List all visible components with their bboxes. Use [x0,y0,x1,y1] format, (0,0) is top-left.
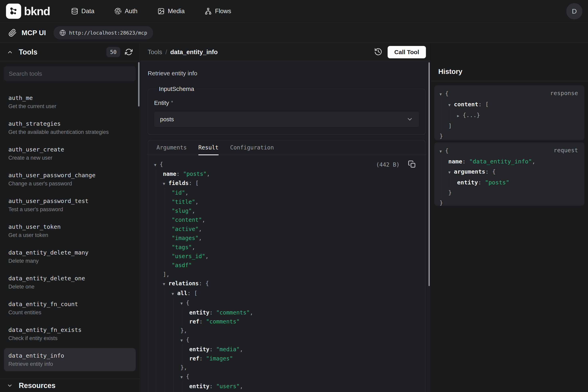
json-key: ref [189,354,199,363]
nav-label: Flows [215,8,231,15]
collapse-arrow-icon[interactable]: ▼ [181,336,186,345]
sidebar-tool-item[interactable]: auth_user_password_changeChange a user's… [4,168,136,191]
sidebar-scrollbar[interactable] [138,62,140,106]
json-line[interactable]: ▼arguments: { [439,167,579,178]
paperclip-icon [8,28,17,37]
result-card: ArgumentsResultConfiguration (442 B) ▼{n… [148,140,425,392]
json-punct: : [ [189,178,199,188]
tools-section-header[interactable]: Tools 50 [0,43,140,61]
breadcrumb-section[interactable]: Tools [148,48,162,56]
copy-icon [408,160,416,168]
search-input[interactable] [4,70,136,77]
indent-guide [154,382,163,391]
brand-logo[interactable]: bknd [6,4,50,19]
tool-description: Retrieve entity info [148,70,425,77]
tool-name: data_entity_fn_count [8,300,131,308]
json-line[interactable]: ▼{ [154,335,416,345]
tab-configuration[interactable]: Configuration [230,140,274,155]
breadcrumb-current: data_entity_info [170,48,218,56]
nav-label: Data [81,8,94,15]
collapse-arrow-icon[interactable]: ▼ [439,89,445,99]
json-punct: , [185,188,189,197]
indent-guide [154,224,163,234]
history-response-card[interactable]: response ▼{▼content: [▶{...}]} [434,85,585,140]
json-string: "comments" [206,317,240,326]
collapse-arrow-icon[interactable]: ▼ [439,146,445,156]
collapse-arrow-icon[interactable]: ▼ [181,299,186,308]
json-line: } [439,131,579,141]
indent-guide [154,216,163,224]
indent-guide [154,363,163,372]
sidebar-tool-item[interactable]: auth_user_createCreate a new user [4,142,136,165]
entity-select-value: posts [160,116,174,123]
tool-description: Change a user's password [8,180,131,187]
indent-guide [154,289,163,298]
tool-description: Check if entity exists [8,335,131,342]
json-line[interactable]: ▼content: [ [439,99,579,110]
sidebar-tool-item[interactable]: data_entity_fn_existsCheck if entity exi… [4,322,136,346]
tool-name: auth_user_token [8,223,131,230]
indent-guide [163,317,172,326]
collapse-arrow-icon[interactable]: ▶ [457,111,463,121]
json-punct: , [202,216,205,224]
json-punct: { [186,372,190,381]
json-line: "images", [154,234,416,242]
json-punct: : [209,382,216,391]
sidebar-tool-item[interactable]: data_entity_delete_oneDelete one [4,271,136,294]
sidebar-tool-item[interactable]: auth_user_password_testTest a user's pas… [4,194,136,216]
user-avatar[interactable]: D [566,3,583,20]
collapse-arrow-icon[interactable]: ▼ [163,280,169,288]
history-request-card[interactable]: request ▼{name: "data_entity_info",▼argu… [434,142,585,206]
sidebar-tool-item[interactable]: data_entity_infoRetrieve entity info [4,348,136,371]
indent-guide [181,391,189,392]
tool-description: Count entities [8,309,131,316]
indent-guide [439,121,448,131]
json-punct: , [195,198,198,206]
nav-item-media[interactable]: Media [158,8,185,15]
nav-item-data[interactable]: Data [71,8,94,15]
json-punct: , [205,252,209,261]
json-punct: }, [181,363,187,372]
json-line[interactable]: ▶{...} [439,110,579,121]
sidebar-tool-item[interactable]: auth_meGet the current user [4,90,136,114]
collapse-arrow-icon[interactable]: ▼ [181,372,186,382]
json-punct: : [199,354,206,363]
collapse-arrow-icon[interactable]: ▼ [154,160,160,170]
json-string: "tags" [172,243,192,252]
call-tool-button[interactable]: Call Tool [388,46,426,58]
collapse-arrow-icon[interactable]: ▼ [163,179,169,188]
copy-button[interactable] [408,160,416,169]
tab-result[interactable]: Result [198,140,218,155]
indent-guide [163,354,172,363]
json-string: "users" [216,382,240,391]
tab-arguments[interactable]: Arguments [157,140,187,155]
resources-section-header[interactable]: Resources [0,378,140,392]
sidebar-tool-item[interactable]: auth_user_tokenGet a user token [4,219,136,242]
json-line[interactable]: ▼fields: [ [154,178,416,188]
collapse-arrow-icon[interactable]: ▼ [172,289,177,298]
tools-section-title: Tools [19,48,37,56]
main-scrollbar[interactable] [428,62,430,286]
nav-item-flows[interactable]: Flows [204,8,231,15]
indent-guide [154,261,163,270]
mcp-url-pill[interactable]: http://localhost:28623/mcp [53,26,153,39]
sidebar-tool-item[interactable]: auth_strategiesGet the available authent… [4,116,136,139]
indent-guide [154,298,163,308]
tool-name: auth_user_password_test [8,197,131,205]
sidebar-tool-item[interactable]: data_entity_fn_countCount entities [4,296,136,320]
refresh-tools-button[interactable] [125,48,133,56]
json-line[interactable]: ▼relations: { [154,279,416,288]
json-punct: } [439,131,443,141]
entity-select[interactable]: posts [154,112,419,127]
history-toggle-button[interactable] [374,48,383,57]
sidebar-tool-item[interactable]: data_entity_delete_manyDelete many [4,245,136,268]
collapse-arrow-icon[interactable]: ▼ [448,100,454,110]
nav-item-auth[interactable]: Auth [114,8,138,15]
indent-guide [172,335,181,345]
json-line: entity: "media", [154,345,416,354]
indent-guide [163,345,172,354]
json-line[interactable]: ▼all: [ [154,289,416,298]
json-line[interactable]: ▼{ [154,372,416,382]
json-line[interactable]: ▼{ [154,298,416,308]
collapse-arrow-icon[interactable]: ▼ [448,167,454,178]
